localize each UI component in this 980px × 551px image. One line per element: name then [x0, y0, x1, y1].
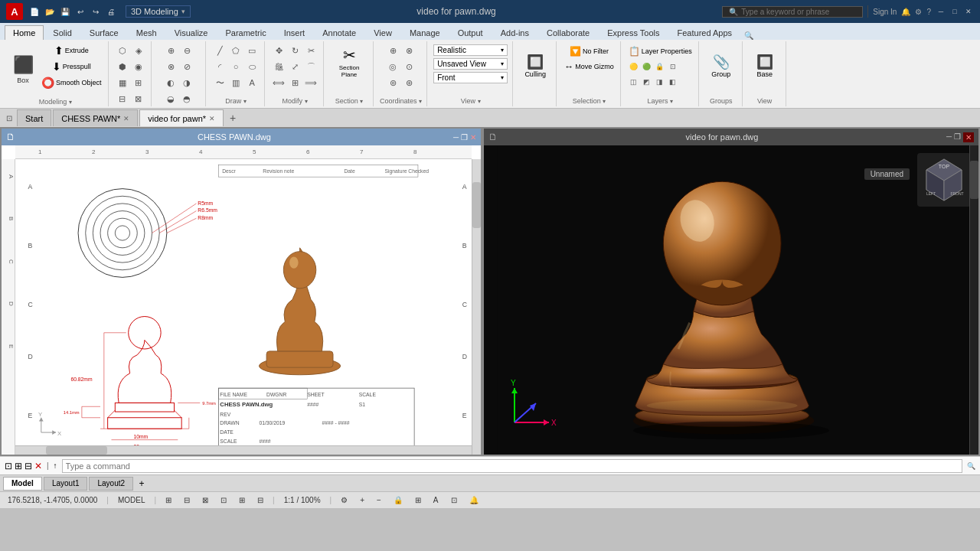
coord-btn-4[interactable]: ⊙: [401, 59, 416, 74]
minimize-btn[interactable]: ─: [936, 6, 946, 17]
tab-mesh[interactable]: Mesh: [128, 25, 165, 40]
tab-collaborate[interactable]: Collaborate: [538, 25, 598, 40]
status-settings[interactable]: ⚙: [338, 496, 351, 504]
tab-chess-close[interactable]: ✕: [123, 115, 129, 122]
status-osnap[interactable]: ⊞: [236, 496, 248, 504]
draw-btn-circle[interactable]: ○: [228, 59, 243, 74]
bottom-icon-2[interactable]: ⊞: [15, 461, 22, 471]
bottom-icon-3[interactable]: ⊟: [24, 461, 32, 471]
modify-btn-offset[interactable]: ⟹: [303, 75, 318, 90]
status-coordinates[interactable]: 176.5218, -1.4705, 0.0000: [5, 496, 100, 504]
modify-btn-mirror[interactable]: ⟺: [271, 75, 286, 90]
status-model[interactable]: MODEL: [115, 496, 149, 504]
tab-solid[interactable]: Solid: [44, 25, 80, 40]
section-dropdown-arrow[interactable]: ▾: [360, 98, 363, 105]
coord-btn-3[interactable]: ◎: [385, 59, 400, 74]
draw-btn-arc[interactable]: ◜: [212, 59, 227, 74]
status-lock[interactable]: 🔒: [390, 496, 406, 504]
tab-addins[interactable]: Add-ins: [492, 25, 537, 40]
mesh-btn-2[interactable]: ◈: [131, 43, 146, 58]
coord-btn-5[interactable]: ⊚: [385, 75, 400, 90]
section-plane-button[interactable]: ✂ SectionPlane: [330, 43, 368, 81]
status-zoom[interactable]: 1:1 / 100%: [281, 496, 324, 504]
right-scrollbar[interactable]: [969, 145, 978, 455]
status-grid[interactable]: ⊟: [181, 496, 193, 504]
tab-output[interactable]: Output: [449, 25, 492, 40]
draw-dropdown-arrow[interactable]: ▾: [243, 98, 247, 105]
extrude-button[interactable]: ⬆ Extrude: [40, 43, 103, 58]
layer-btn-3[interactable]: 🔒: [654, 60, 666, 73]
box-button[interactable]: ⬛ Box: [8, 43, 38, 96]
layers-dropdown-arrow[interactable]: ▾: [670, 98, 673, 105]
mesh-btn-3[interactable]: ⬢: [115, 59, 130, 74]
tab-annotate[interactable]: Annotate: [314, 25, 364, 40]
status-workspace-icon[interactable]: ⊞: [412, 496, 424, 504]
coord-btn-2[interactable]: ⊗: [401, 43, 416, 58]
left-win-close[interactable]: ✕: [470, 133, 476, 142]
mesh-btn-1[interactable]: ⬡: [115, 43, 130, 58]
file-tab-start[interactable]: Start: [17, 109, 51, 126]
solid-edit-btn-6[interactable]: ◑: [179, 75, 194, 90]
layout-tab-layout1[interactable]: Layout1: [44, 477, 88, 491]
left-win-minimize[interactable]: ─: [453, 133, 459, 142]
smooth-button[interactable]: ⭕ Smooth Object: [40, 75, 103, 90]
solid-edit-btn-5[interactable]: ◐: [163, 75, 178, 90]
no-filter-button[interactable]: 🔽 No Filter: [563, 44, 616, 58]
title-search-input[interactable]: [741, 8, 856, 16]
presspull-button[interactable]: ⬇ Presspull: [40, 59, 103, 74]
left-window-scrollbar-v[interactable]: [472, 159, 481, 455]
signin-btn[interactable]: Sign In: [873, 8, 897, 16]
solid-edit-btn-8[interactable]: ◓: [179, 91, 194, 106]
draw-btn-line[interactable]: ╱: [212, 43, 227, 58]
layer-btn-1[interactable]: 🟡: [628, 60, 640, 73]
visual-style-dropdown[interactable]: Realistic ▾: [433, 44, 508, 56]
workspace-dropdown[interactable]: 3D Modeling: [131, 7, 178, 16]
culling-button[interactable]: 🔲 Culling: [520, 43, 550, 89]
mesh-btn-5[interactable]: ▦: [115, 75, 130, 90]
ribbon-search-icon[interactable]: 🔍: [744, 31, 753, 40]
modify-btn-rotate[interactable]: ↻: [287, 43, 302, 58]
tab-view[interactable]: View: [365, 25, 400, 40]
layer-props-button[interactable]: 📋 Layer Properties: [627, 44, 694, 58]
tab-visualize[interactable]: Visualize: [166, 25, 217, 40]
bottom-icon-1[interactable]: ⊡: [5, 461, 12, 471]
tab-parametric[interactable]: Parametric: [217, 25, 274, 40]
file-tab-chess[interactable]: CHESS PAWN* ✕: [53, 109, 138, 126]
command-input[interactable]: [62, 459, 962, 473]
modeling-dropdown-arrow[interactable]: ▾: [69, 99, 72, 106]
solid-edit-btn-2[interactable]: ⊖: [179, 43, 194, 58]
layer-btn-2[interactable]: 🟢: [641, 60, 653, 73]
right-win-minimize[interactable]: ─: [946, 132, 952, 142]
scrollbar-thumb-h[interactable]: [46, 446, 107, 455]
layer-btn-8[interactable]: ◧: [667, 76, 679, 88]
solid-edit-btn-3[interactable]: ⊗: [163, 59, 178, 74]
view-name-dropdown[interactable]: Unsaved View ▾: [433, 58, 508, 70]
coord-btn-1[interactable]: ⊕: [385, 43, 400, 58]
navigation-cube[interactable]: TOP LEFT FRONT: [917, 153, 971, 207]
modify-btn-scale[interactable]: ⤢: [287, 59, 302, 74]
qat-open[interactable]: 📂: [43, 5, 57, 18]
bottom-icon-close[interactable]: ✕: [34, 461, 42, 471]
layer-btn-4[interactable]: ⊡: [667, 60, 679, 73]
close-btn[interactable]: ✕: [963, 6, 974, 17]
mesh-btn-7[interactable]: ⊟: [115, 91, 130, 106]
modify-btn-fillet[interactable]: ⌒: [303, 59, 318, 74]
mesh-btn-4[interactable]: ◉: [131, 59, 146, 74]
qat-undo[interactable]: ↩: [74, 5, 87, 18]
left-window-scrollbar-h[interactable]: [15, 445, 472, 455]
right-win-restore[interactable]: ❐: [954, 132, 961, 142]
mesh-btn-8[interactable]: ⊠: [131, 91, 146, 106]
tab-manage[interactable]: Manage: [401, 25, 449, 40]
layout-tab-model[interactable]: Model: [3, 477, 42, 491]
draw-btn-poly[interactable]: ⬠: [228, 43, 243, 58]
layer-btn-6[interactable]: ◩: [641, 76, 653, 88]
coord-dropdown-arrow[interactable]: ▾: [419, 98, 422, 105]
left-win-restore[interactable]: ❐: [461, 133, 468, 142]
solid-edit-btn-1[interactable]: ⊕: [163, 43, 178, 58]
layout-tab-layout2[interactable]: Layout2: [89, 477, 133, 491]
draw-btn-spline[interactable]: 〜: [212, 75, 227, 90]
right-win-close[interactable]: ✕: [963, 132, 974, 142]
workspace-dropdown-arrow[interactable]: ▾: [181, 8, 185, 15]
right-scrollbar-thumb[interactable]: [970, 161, 978, 199]
tab-express[interactable]: Express Tools: [599, 25, 668, 40]
